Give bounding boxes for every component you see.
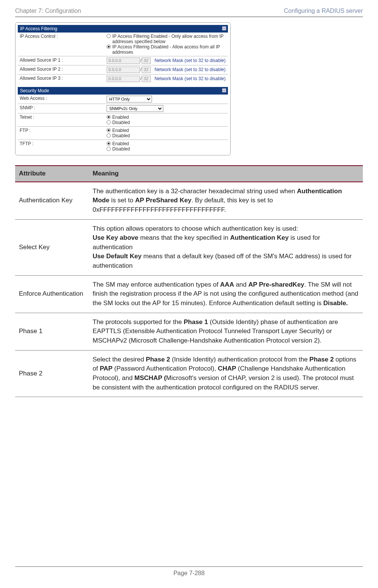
minimize-icon[interactable]: − [222, 88, 226, 93]
telnet-enabled-option[interactable]: Enabled [107, 115, 226, 120]
header-left: Chapter 7: Configuration [15, 8, 81, 14]
radio-icon [107, 120, 111, 124]
allowed-ip2-label: Allowed Source IP 2 : [18, 65, 105, 74]
attr-enforce: Enforce Authentication [15, 275, 89, 313]
tftp-enabled-label: Enabled [112, 141, 129, 146]
radio-icon [107, 34, 111, 38]
radio-icon [107, 115, 111, 119]
meaning-phase2: Select the desired Phase 2 (Inside Ident… [89, 350, 363, 397]
ftp-enabled-option[interactable]: Enabled [107, 128, 226, 133]
web-access-label: Web Access : [18, 95, 105, 104]
allowed-ip1-input[interactable]: 0.0.0.0 [107, 57, 140, 64]
header-rule [15, 17, 363, 17]
ip-filter-disabled-label: IP Access Filtering Disabled - Allow acc… [112, 44, 226, 55]
minimize-icon[interactable]: − [222, 26, 226, 31]
ip-filter-disabled-option[interactable]: IP Access Filtering Disabled - Allow acc… [107, 44, 226, 55]
tftp-disabled-label: Disabled [112, 146, 130, 152]
tftp-label: TFTP : [18, 140, 105, 153]
page-number: Page 7-288 [174, 570, 205, 576]
attr-phase2: Phase 2 [15, 350, 89, 397]
meaning-enforce: The SM may enforce authentication types … [89, 275, 363, 313]
attr-phase1: Phase 1 [15, 313, 89, 350]
col-meaning: Meaning [89, 166, 363, 182]
meaning-phase1: The protocols supported for the Phase 1 … [89, 313, 363, 350]
ip-access-control-label: IP Access Control : [18, 33, 105, 56]
radio-icon [107, 141, 111, 146]
attr-authkey: Authentication Key [15, 182, 89, 219]
telnet-enabled-label: Enabled [112, 115, 129, 120]
security-panel-header: Security Mode − [18, 87, 228, 95]
telnet-label: Telnet : [18, 113, 105, 127]
ip-panel-title: IP Access Filtering [20, 26, 57, 31]
attribute-table: Attribute Meaning Authentication Key The… [15, 165, 363, 397]
allowed-ip1-mask-input[interactable]: 32 [142, 57, 151, 64]
ip-filter-enabled-label: IP Access Filtering Enabled - Only allow… [112, 34, 226, 44]
col-attribute: Attribute [15, 166, 89, 182]
telnet-disabled-label: Disabled [112, 120, 130, 125]
mask-note: Network Mask (set to 32 to disable) [152, 58, 226, 63]
ftp-label: FTP : [18, 127, 105, 140]
ftp-disabled-label: Disabled [112, 133, 130, 138]
header-right: Configuring a RADIUS server [284, 8, 363, 14]
ftp-enabled-label: Enabled [112, 128, 129, 133]
radio-icon [107, 147, 111, 151]
web-access-select[interactable]: HTTP Only [107, 96, 152, 102]
table-row: Enforce Authentication The SM may enforc… [15, 275, 363, 313]
attr-selectkey: Select Key [15, 219, 89, 275]
tftp-disabled-option[interactable]: Disabled [107, 146, 226, 152]
meaning-selectkey: This option allows operators to choose w… [89, 219, 363, 275]
table-row: Phase 1 The protocols supported for the … [15, 313, 363, 350]
radio-icon [107, 128, 111, 132]
ftp-disabled-option[interactable]: Disabled [107, 133, 226, 138]
table-row: Authentication Key The authentication ke… [15, 182, 363, 219]
config-screenshot: IP Access Filtering − IP Access Control … [15, 22, 231, 155]
radio-icon [107, 45, 111, 49]
meaning-authkey: The authentication key is a 32-character… [89, 182, 363, 219]
page-footer: Page 7-288 [15, 566, 363, 577]
allowed-ip3-label: Allowed Source IP 3 : [18, 74, 105, 84]
ip-panel-header: IP Access Filtering − [18, 25, 228, 33]
allowed-ip2-mask-input[interactable]: 32 [142, 67, 151, 73]
mask-note: Network Mask (set to 32 to disable) [152, 67, 226, 72]
allowed-ip1-label: Allowed Source IP 1 : [18, 56, 105, 65]
allowed-ip3-mask-input[interactable]: 32 [142, 76, 151, 82]
ip-filter-enabled-option[interactable]: IP Access Filtering Enabled - Only allow… [107, 34, 226, 44]
allowed-ip2-input[interactable]: 0.0.0.0 [107, 67, 140, 73]
telnet-disabled-option[interactable]: Disabled [107, 120, 226, 125]
mask-note: Network Mask (set to 32 to disable) [152, 76, 226, 81]
table-row: Select Key This option allows operators … [15, 219, 363, 275]
radio-icon [107, 133, 111, 138]
table-row: Phase 2 Select the desired Phase 2 (Insi… [15, 350, 363, 397]
snmp-label: SNMP : [18, 104, 105, 113]
security-panel-title: Security Mode [20, 88, 49, 93]
tftp-enabled-option[interactable]: Enabled [107, 141, 226, 146]
snmp-select[interactable]: SNMPv2c Only [107, 105, 163, 112]
allowed-ip3-input[interactable]: 0.0.0.0 [107, 76, 140, 82]
